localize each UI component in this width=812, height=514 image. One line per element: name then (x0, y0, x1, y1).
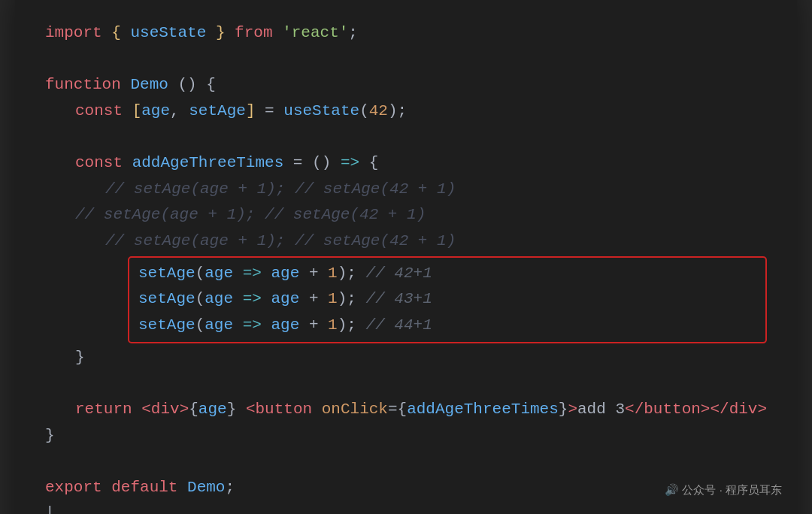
code-line-blank-4 (45, 449, 767, 475)
code-line-blank-2 (45, 124, 767, 150)
watermark: 🔊 公众号 · 程序员耳东 (665, 483, 782, 497)
code-line-8c: setAge(age => age + 1); // 44+1 (138, 313, 756, 339)
code-editor: import { useState } from 'react'; functi… (15, 0, 797, 514)
code-line-comment-1: // setAge(age + 1); // setAge(42 + 1) (45, 177, 767, 203)
code-line-6: const addAgeThreeTimes = () => { (45, 150, 767, 177)
code-line-comment-2: // setAge(age + 1); // setAge(42 + 1) (45, 202, 767, 228)
code-window: import { useState } from 'react'; functi… (15, 0, 797, 514)
code-line-comment-3: // setAge(age + 1); // setAge(42 + 1) (45, 228, 767, 255)
code-line-4: const [age, setAge] = useState(42); (45, 98, 767, 125)
code-line-blank-1 (45, 47, 767, 73)
code-line-1: import { useState } from 'react'; (45, 20, 767, 47)
code-line-8b: setAge(age => age + 1); // 43+1 (138, 286, 756, 313)
code-line-cursor (45, 500, 767, 514)
code-line-9: } (45, 345, 767, 371)
highlighted-block: setAge(age => age + 1); // 42+1 setAge(a… (128, 256, 767, 343)
code-line-close-fn: } (45, 423, 767, 449)
code-line-3: function Demo () { (45, 72, 767, 98)
code-line-8a: setAge(age => age + 1); // 42+1 (138, 261, 756, 287)
code-line-return: return <div>{age} <button onClick={addAg… (45, 397, 767, 423)
code-line-export: export default Demo; (45, 475, 767, 501)
code-line-blank-3 (45, 370, 767, 397)
